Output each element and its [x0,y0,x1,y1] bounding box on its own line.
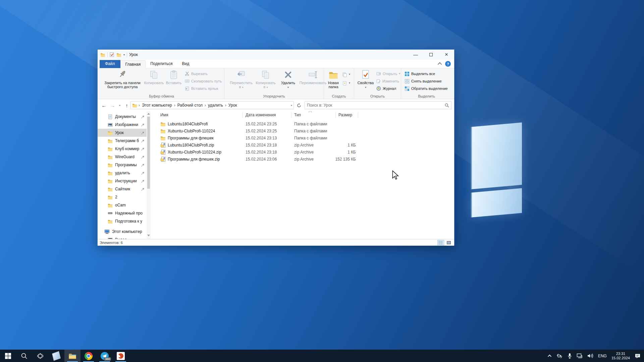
hidden-icons-chevron-icon[interactable] [548,354,551,358]
qat-customize-caret-icon[interactable]: ▾ [123,53,125,56]
network-icon[interactable] [577,353,583,358]
sidebar-item-2[interactable]: 2 [98,193,147,201]
tab-view[interactable]: Вид [177,60,194,68]
help-button[interactable]: ? [445,61,451,67]
title-bar[interactable]: ▾ Урок — × [98,50,454,60]
file-row[interactable]: Lubuntu1804ClubProfi 15.02.2024 23:25 Па… [151,120,373,127]
crumb-urok[interactable]: Урок [228,103,238,108]
new-item-button[interactable]: ▾ [342,71,350,78]
column-separator[interactable] [358,112,358,118]
recent-locations-caret-icon[interactable]: ▾ [117,101,122,110]
copy-to-button[interactable]: Копировать в ▾ [254,70,277,89]
details-view-button[interactable] [437,240,444,245]
file-row[interactable]: Программы для флешек 15.02.2024 23:13 Па… [151,134,373,141]
cut-button[interactable]: Вырезать [185,70,208,77]
move-to-button[interactable]: Переместить в ▾ [228,70,254,89]
sidebar-item-podgotovka[interactable]: Подготовка к у [98,217,147,225]
search-icon[interactable] [445,103,449,108]
sidebar-item-pictures[interactable]: Изображени [98,121,147,129]
sidebar-item-ocam[interactable]: oCam [98,201,147,209]
sidebar-scrollbar[interactable] [147,111,151,239]
invert-selection-button[interactable]: Обратить выделение [405,85,448,92]
forward-button[interactable]: → [108,101,117,110]
copy-button[interactable]: Копировать [143,70,165,85]
file-row[interactable]: Xubuntu-ClubProfi-110224.zip 15.02.2024 … [151,148,373,156]
minimize-button[interactable]: — [408,50,423,60]
refresh-button[interactable] [295,101,303,109]
file-row[interactable]: Xubuntu-ClubProfi-110224 15.02.2024 23:2… [151,127,373,134]
pin-to-quick-access-button[interactable]: Закрепить на панели быстрого доступа [102,70,143,89]
notification-center-icon[interactable] [635,353,641,359]
sidebar-item-instrukcii[interactable]: Инструкции [98,177,147,185]
maximize-button[interactable] [423,50,439,60]
crumb-this-pc[interactable]: Этот компьютер [141,103,173,108]
edit-button[interactable]: Изменить [376,78,399,84]
paste-button[interactable]: Вставить [165,70,183,85]
presentation-app-button[interactable] [113,350,129,362]
properties-qat-icon[interactable] [110,52,114,57]
new-folder-qat-icon[interactable] [116,53,121,57]
taskbar-search-button[interactable] [16,350,32,362]
sidebar-item-udalit[interactable]: удалить [98,169,147,177]
crumb-desktop[interactable]: Рабочий стол [177,103,203,108]
delete-button[interactable]: Удалить▾ [279,70,298,89]
history-button[interactable]: Журнал [376,85,396,92]
telegram-button[interactable]: 380 [97,350,113,362]
sidebar-item-telegram[interactable]: Телеграмм б [98,137,147,145]
tab-home[interactable]: Главная [120,60,146,68]
scroll-up-icon[interactable] [147,113,150,115]
copy-path-button[interactable]: Скопировать путь [185,78,222,84]
properties-button[interactable]: Свойства▾ [356,70,375,89]
volume-icon[interactable] [587,353,593,358]
glass-app-button[interactable] [48,350,64,362]
easy-access-button[interactable]: ▾ [342,80,350,86]
scroll-down-icon[interactable] [147,235,150,236]
sidebar-item-saitkik[interactable]: Сайткик [98,185,147,193]
thumbnails-view-button[interactable] [445,240,452,245]
sidebar-item-this-pc[interactable]: Этот компьютер [98,228,147,236]
file-row[interactable]: Программы для флешек.zip 15.02.2024 23:0… [151,156,373,163]
paste-shortcut-button[interactable]: Вставить ярлык [185,85,218,92]
search-box[interactable] [305,101,451,109]
file-explorer-button[interactable] [64,350,80,362]
close-button[interactable]: × [439,50,454,60]
language-indicator[interactable]: ENG [598,354,607,358]
scrollbar-thumb[interactable] [147,117,150,189]
sidebar-item-documents[interactable]: Документы [98,113,147,121]
select-all-button[interactable]: Выделить все [405,70,435,77]
group-label-select: Выделить [401,94,452,98]
column-separator[interactable] [243,112,243,118]
chrome-button[interactable] [80,350,97,362]
back-button[interactable]: ← [100,101,108,110]
sidebar-item-urok[interactable]: Урок [98,129,147,137]
column-header-size[interactable]: Размер [338,113,352,117]
sidebar-item-klub[interactable]: Клуб коммер [98,145,147,153]
sidebar-item-programmy[interactable]: Программы [98,161,147,169]
start-button[interactable] [0,350,16,362]
task-view-button[interactable] [32,350,48,362]
file-row[interactable]: Lubuntu1804ClubProfi.zip 15.02.2024 23:1… [151,141,373,148]
breadcrumb[interactable]: › Этот компьютер › Рабочий стол › удалит… [130,101,294,109]
sidebar-item-wireguard[interactable]: WireGuard [98,153,147,161]
column-separator[interactable] [335,112,336,118]
rename-icon [308,70,318,80]
collapse-ribbon-icon[interactable] [438,62,442,67]
sidebar-item-video[interactable]: Видео [98,236,147,239]
crumb-udalit[interactable]: удалить [207,103,224,108]
sidebar-item-nadezhny[interactable]: Надежный про [98,209,147,217]
up-button[interactable]: ↑ [122,101,131,110]
tab-file[interactable]: Файл [100,60,120,68]
select-none-button[interactable]: Снять выделение [405,78,442,84]
open-button[interactable]: Открыть▾ [376,70,400,77]
new-folder-button[interactable]: Новая папка [325,70,341,89]
microphone-icon[interactable] [568,353,572,359]
clock[interactable]: 23:31 15.02.2024 [611,352,630,360]
column-separator[interactable] [291,112,291,118]
column-header-name[interactable]: Имя [160,113,168,117]
search-input[interactable] [305,103,445,108]
screen-record-icon[interactable] [556,353,563,359]
tab-share[interactable]: Поделиться [146,60,177,68]
address-dropdown-caret-icon[interactable]: ▾ [291,104,292,107]
column-header-type[interactable]: Тип [294,113,301,117]
column-header-date[interactable]: Дата изменения [246,113,276,117]
